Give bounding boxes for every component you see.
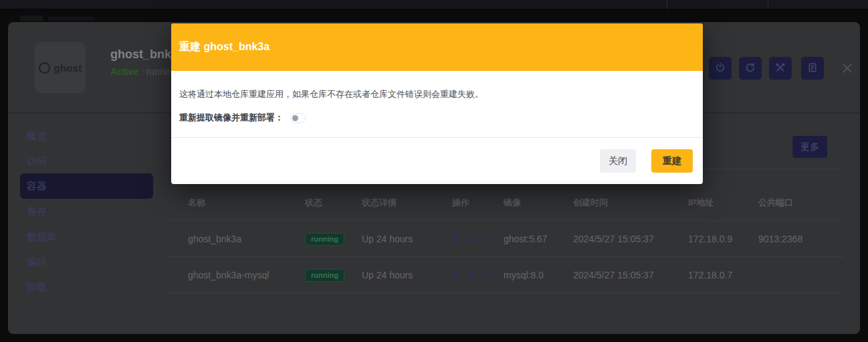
logo-text-dimmed (48, 17, 95, 21)
row-actions (452, 270, 504, 280)
status-detail: Up 24 hours (362, 270, 452, 280)
col-header-image: 镜像 (504, 197, 573, 209)
toggle-knob (292, 115, 298, 121)
power-icon (715, 62, 726, 75)
logo-mark (20, 15, 43, 21)
modal-description: 这将通过本地仓库重建应用，如果仓库不存在或者仓库文件错误则会重建失败。 (179, 88, 695, 100)
rebuild-modal: 重建 ghost_bnk3a 这将通过本地仓库重建应用，如果仓库不存在或者仓库文… (171, 23, 703, 184)
dimmed-brand-logo (20, 15, 107, 22)
screen: ghost ghost_bnk3a Active : running( (0, 0, 868, 342)
container-ports: 9013:2368 (758, 234, 844, 244)
logs-button[interactable] (801, 57, 824, 80)
table-row: ghost_bnk3a-mysql running Up 24 hours my… (169, 257, 844, 293)
sidebar-item-containers[interactable]: 容器 (20, 173, 153, 199)
toggle-label: 重新提取镜像并重新部署： (179, 112, 284, 124)
toggle-row: 重新提取镜像并重新部署： (179, 112, 695, 124)
col-header-status: 状态 (305, 197, 362, 209)
power-button[interactable] (709, 57, 732, 80)
container-image: ghost:5.67 (504, 234, 573, 244)
container-created: 2024/5/27 15:05:37 (573, 270, 688, 280)
stats-icon[interactable] (466, 234, 476, 244)
sidebar-item-database[interactable]: 数据库 (20, 224, 153, 250)
file-log-icon[interactable] (452, 270, 462, 280)
more-button[interactable]: 更多 (792, 136, 827, 158)
close-icon (841, 62, 854, 77)
sidebar-item-uninstall[interactable]: 卸载 (20, 274, 153, 300)
sidebar-item-volumes[interactable]: 卷存 (20, 199, 153, 224)
modal-header: 重建 ghost_bnk3a (171, 23, 703, 71)
sidebar: 概览 访问 容器 卷存 数据库 编排 卸载 (20, 123, 153, 300)
terminal-log-icon (807, 62, 818, 75)
pull-image-toggle[interactable] (290, 113, 306, 123)
panel-close-button[interactable] (839, 61, 855, 77)
top-nav-separator (667, 0, 667, 9)
status-cell: running (305, 232, 362, 246)
refresh-icon (745, 62, 756, 75)
status-cell: running (305, 268, 362, 282)
col-header-actions: 操作 (452, 197, 504, 209)
tools-icon (775, 62, 786, 75)
container-ip: 172.18.0.9 (688, 234, 758, 244)
sidebar-item-overview[interactable]: 概览 (20, 123, 153, 149)
col-header-name: 名称 (188, 197, 305, 209)
repair-tools-button[interactable] (769, 57, 792, 80)
modal-body: 这将通过本地仓库重建应用，如果仓库不存在或者仓库文件错误则会重建失败。 重新提取… (171, 71, 703, 124)
ghost-logo-text: ghost (54, 62, 82, 74)
col-header-created: 创建时间 (573, 197, 688, 209)
col-header-ip: IP地址 (688, 197, 758, 209)
status-badge: running (305, 233, 344, 246)
modal-rebuild-button[interactable]: 重建 (651, 149, 693, 173)
modal-close-button[interactable]: 关闭 (600, 149, 636, 173)
app-logo-box: ghost (35, 42, 86, 93)
status-badge: running (305, 269, 344, 282)
table-row: ghost_bnk3a running Up 24 hours ghost:5.… (169, 221, 844, 257)
top-nav-separator (768, 0, 768, 9)
code-terminal-icon[interactable] (480, 234, 490, 244)
container-created: 2024/5/27 15:05:37 (573, 234, 688, 244)
modal-footer: 关闭 重建 (171, 137, 703, 184)
sidebar-item-compose[interactable]: 编排 (20, 249, 153, 274)
container-name: ghost_bnk3a-mysql (188, 270, 305, 280)
modal-title: 重建 ghost_bnk3a (179, 40, 269, 54)
app-status: Active : running( (110, 66, 181, 77)
containers-table: 名称 状态 状态详情 操作 镜像 创建时间 IP地址 公共端口 ghost_bn… (169, 169, 844, 293)
status-active-label: Active (110, 66, 138, 77)
container-name: ghost_bnk3a (188, 234, 305, 244)
top-nav-bar-dimmed (0, 0, 868, 9)
refresh-button[interactable] (739, 57, 762, 80)
container-ip: 172.18.0.7 (688, 270, 758, 280)
col-header-ports: 公共端口 (758, 197, 844, 209)
row-actions (452, 234, 504, 244)
stats-icon[interactable] (466, 270, 476, 280)
status-detail: Up 24 hours (362, 234, 452, 244)
sidebar-item-access[interactable]: 访问 (20, 149, 153, 174)
col-header-status-detail: 状态详情 (362, 197, 452, 209)
container-image: mysql:8.0 (504, 270, 573, 280)
code-terminal-icon[interactable] (480, 270, 490, 280)
ghost-logo-icon (39, 62, 50, 74)
file-log-icon[interactable] (452, 234, 462, 244)
